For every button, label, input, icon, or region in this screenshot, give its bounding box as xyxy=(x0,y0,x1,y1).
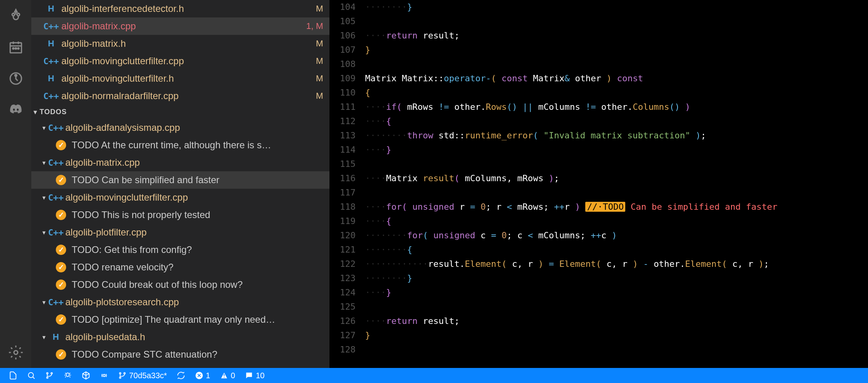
header-file-icon: H xyxy=(46,73,57,84)
status-warnings[interactable]: 0 xyxy=(215,368,240,383)
todo-group-name: algolib-matrix.cpp xyxy=(65,157,329,168)
todo-file-group[interactable]: ▾C++algolib-movingclutterfilter.cpp xyxy=(31,189,329,206)
header-file-icon: H xyxy=(46,38,57,49)
status-debug-icon[interactable] xyxy=(59,368,77,383)
file-status: M xyxy=(316,4,323,14)
todo-text: TODO At the current time, although there… xyxy=(72,140,271,151)
todo-check-icon xyxy=(56,262,66,272)
todo-group-name: algolib-pulsedata.h xyxy=(65,331,329,343)
todo-item[interactable]: TODO [optimize] The quadrant may only ne… xyxy=(31,311,329,328)
section-title: TODOS xyxy=(40,108,67,116)
todo-file-group[interactable]: ▾C++algolib-plotstoresearch.cpp xyxy=(31,293,329,311)
todo-item[interactable]: TODO At the current time, although there… xyxy=(31,136,329,154)
todo-text: TODO rename velocity? xyxy=(72,262,173,273)
line-number-gutter: 1041051061071081091101111121131141151161… xyxy=(329,0,365,368)
status-errors[interactable]: 1 xyxy=(190,368,215,383)
svg-line-11 xyxy=(33,377,35,379)
header-file-icon: H xyxy=(46,4,57,14)
todo-file-group[interactable]: ▾C++algolib-plotfilter.cpp xyxy=(31,224,329,241)
file-status: M xyxy=(316,91,323,101)
svg-point-16 xyxy=(120,373,121,374)
file-row[interactable]: Halgolib-matrix.hM xyxy=(31,35,329,52)
status-comments[interactable]: 10 xyxy=(240,368,269,383)
svg-point-10 xyxy=(29,373,34,378)
file-row[interactable]: Halgolib-interferencedetector.hM xyxy=(31,0,329,17)
svg-point-15 xyxy=(103,374,105,377)
cpp-file-icon: C++ xyxy=(50,228,61,237)
file-row[interactable]: C++algolib-normalradarfilter.cppM xyxy=(31,87,329,105)
file-row[interactable]: C++algolib-matrix.cpp1, M xyxy=(31,17,329,35)
status-search-icon[interactable] xyxy=(22,368,40,383)
svg-point-9 xyxy=(14,350,18,354)
discord-icon[interactable] xyxy=(0,94,31,125)
todo-check-icon xyxy=(56,349,66,360)
todo-group-name: algolib-movingclutterfilter.cpp xyxy=(65,192,329,203)
todo-check-icon xyxy=(56,245,66,255)
comment-count: 10 xyxy=(256,371,265,380)
warning-count: 0 xyxy=(231,371,235,380)
sidebar: Halgolib-interferencedetector.hMC++algol… xyxy=(31,0,329,368)
status-branch-icon[interactable] xyxy=(40,368,59,383)
todo-file-group[interactable]: ▾Halgolib-pulsedata.h xyxy=(31,328,329,346)
file-name: algolib-movingclutterfilter.h xyxy=(61,73,316,84)
cpp-file-icon: C++ xyxy=(50,158,61,168)
cpp-file-icon: C++ xyxy=(46,56,57,66)
status-file-icon[interactable] xyxy=(4,368,22,383)
svg-point-5 xyxy=(15,48,16,49)
todo-file-group[interactable]: ▾C++algolib-adfanalysismap.cpp xyxy=(31,119,329,136)
todo-item[interactable]: TODO: Get this from config? xyxy=(31,241,329,259)
todo-text: TODO [optimize] The quadrant may only ne… xyxy=(72,314,275,325)
todo-item[interactable]: TODO This is not properly tested xyxy=(31,206,329,224)
cpp-file-icon: C++ xyxy=(46,21,57,31)
todo-group-name: algolib-adfanalysismap.cpp xyxy=(65,122,329,133)
cpp-file-icon: C++ xyxy=(50,193,61,203)
file-status: M xyxy=(316,56,323,66)
todo-item[interactable]: TODO Can be simplified and faster xyxy=(31,171,329,189)
section-header-todos[interactable]: ▾ TODOS xyxy=(31,105,329,119)
status-git-branch[interactable]: 70d5a33c* xyxy=(113,368,172,383)
todo-item[interactable]: TODO Compare STC attenuation? xyxy=(31,346,329,363)
cpp-file-icon: C++ xyxy=(46,91,57,101)
svg-point-12 xyxy=(47,373,48,374)
todo-item[interactable]: TODO Could break out of this loop now? xyxy=(31,276,329,293)
code-editor[interactable]: 1041051061071081091101111121131141151161… xyxy=(329,0,868,368)
todo-check-icon xyxy=(56,280,66,290)
svg-point-4 xyxy=(13,48,14,49)
todo-check-icon xyxy=(56,175,66,185)
file-name: algolib-movingclutterfilter.cpp xyxy=(61,56,316,67)
file-name: algolib-matrix.h xyxy=(61,38,316,49)
file-name: algolib-normalradarfilter.cpp xyxy=(61,90,316,101)
source-control-icon[interactable] xyxy=(0,0,31,31)
file-row[interactable]: C++algolib-movingclutterfilter.cppM xyxy=(31,52,329,70)
file-status: M xyxy=(316,38,323,49)
svg-point-18 xyxy=(120,377,121,379)
activity-bar xyxy=(0,0,31,368)
header-file-icon: H xyxy=(50,332,61,342)
git-graph-icon[interactable] xyxy=(0,63,31,94)
code-content[interactable]: ········} ····return result;} Matrix Mat… xyxy=(365,0,868,368)
svg-point-6 xyxy=(17,48,19,49)
todo-text: TODO: Get this from config? xyxy=(72,244,192,255)
status-bar: 70d5a33c* 1 0 10 xyxy=(0,368,868,383)
chevron-down-icon: ▾ xyxy=(34,108,37,116)
todo-item[interactable]: TODO rename velocity? xyxy=(31,259,329,276)
todo-text: TODO Could break out of this loop now? xyxy=(72,279,243,290)
todo-text: TODO Can be simplified and faster xyxy=(72,174,219,186)
chevron-down-icon: ▾ xyxy=(42,333,50,341)
calendar-icon[interactable] xyxy=(0,31,31,63)
file-name: algolib-matrix.cpp xyxy=(61,21,306,32)
settings-icon[interactable] xyxy=(0,337,31,368)
status-live-icon[interactable] xyxy=(95,368,113,383)
todo-file-group[interactable]: ▾C++algolib-matrix.cpp xyxy=(31,154,329,171)
todo-group-name: algolib-plotfilter.cpp xyxy=(65,227,329,238)
cpp-file-icon: C++ xyxy=(50,123,61,133)
todo-text: TODO Compare STC attenuation? xyxy=(72,349,217,360)
file-name: algolib-interferencedetector.h xyxy=(61,3,316,14)
status-sync-icon[interactable] xyxy=(172,368,190,383)
status-package-icon[interactable] xyxy=(77,368,95,383)
branch-name: 70d5a33c* xyxy=(129,371,167,380)
cpp-file-icon: C++ xyxy=(50,297,61,307)
error-count: 1 xyxy=(206,371,210,380)
svg-point-17 xyxy=(124,373,126,374)
file-row[interactable]: Halgolib-movingclutterfilter.hM xyxy=(31,70,329,87)
